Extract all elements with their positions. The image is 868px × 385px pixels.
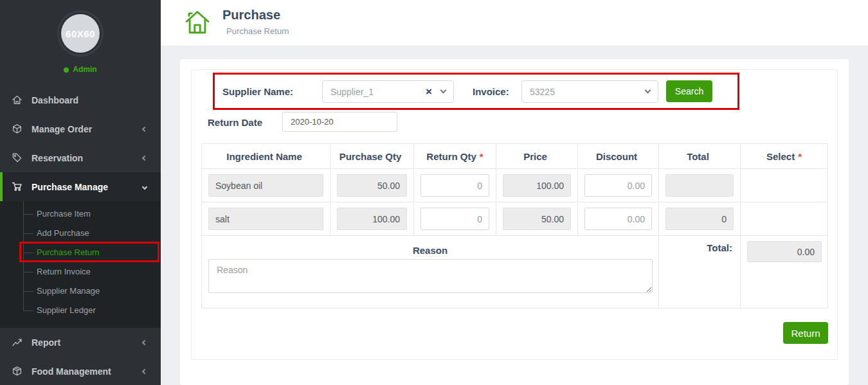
chevron-down-icon: [440, 87, 447, 94]
grand-total-label: Total:: [659, 236, 741, 308]
page-subtitle: Purchase Return: [226, 26, 289, 36]
col-header-price: Price: [496, 144, 578, 168]
col-header-purchase-qty: Purchase Qty: [330, 144, 414, 168]
cart-icon: [12, 181, 23, 192]
sidebar-item-label: Food Management: [32, 366, 111, 377]
online-status-dot: [64, 67, 69, 73]
sidebar-item-dashboard[interactable]: Dashboard: [0, 85, 161, 114]
return-date-label: Return Date: [208, 117, 262, 128]
supplier-select-value: Supplier_1: [330, 87, 426, 97]
purchase-qty-input: [337, 174, 407, 197]
user-status-label: Admin: [73, 65, 96, 74]
col-header-ingredient-name: Ingredient Name: [202, 144, 330, 168]
submenu-item-supplier-ledger[interactable]: Supplier Ledger: [0, 301, 161, 320]
sidebar-item-label: Manage Order: [32, 124, 92, 134]
reason-cell: Reason: [202, 236, 659, 308]
discount-input[interactable]: [584, 174, 652, 197]
select-cell[interactable]: [741, 169, 827, 202]
discount-input[interactable]: [584, 208, 652, 230]
col-header-select: Select*: [741, 144, 827, 168]
box-icon: [12, 366, 23, 377]
page-header: Purchase Purchase Return: [161, 0, 868, 46]
sidebar-item-purchase-manage[interactable]: Purchase Manage: [0, 172, 161, 201]
submenu-item-return-invoice[interactable]: Return Invoice: [0, 262, 161, 282]
page-title: Purchase: [222, 8, 280, 22]
home-icon: [12, 94, 23, 105]
table-footer-row: Reason Total:: [202, 235, 827, 308]
purchase-return-card: Supplier Name: Supplier_1 × Invoice: 532…: [191, 69, 838, 360]
sidebar-item-manage-order[interactable]: Manage Order: [0, 114, 161, 143]
sidebar-menu: Dashboard Manage Order Reservation Purch…: [0, 85, 161, 385]
content-panel: Supplier Name: Supplier_1 × Invoice: 532…: [180, 59, 849, 385]
col-header-total: Total: [659, 144, 741, 168]
invoice-select[interactable]: 53225: [521, 80, 658, 103]
home-icon: [183, 8, 212, 40]
clear-icon[interactable]: ×: [426, 85, 432, 98]
return-qty-input[interactable]: [420, 174, 489, 197]
ingredient-name-input: [208, 208, 323, 230]
table-row: [202, 202, 827, 235]
purchase-qty-input: [337, 208, 407, 230]
profile-section: 60X60 Admin: [0, 0, 161, 74]
avatar-ring: 60X60: [57, 10, 104, 57]
submenu-item-add-purchase[interactable]: Add Purchase: [0, 224, 161, 243]
cube-icon: [12, 123, 23, 134]
price-input: [503, 174, 571, 197]
reason-textarea[interactable]: [208, 259, 653, 293]
grand-total-input: [747, 241, 822, 262]
price-input: [503, 208, 571, 230]
row-total-input: [665, 174, 734, 197]
user-status: Admin: [0, 65, 161, 74]
sidebar-item-label: Reservation: [32, 153, 83, 163]
purchase-manage-submenu: Purchase Item Add Purchase Purchase Retu…: [0, 201, 161, 328]
submenu-item-purchase-item[interactable]: Purchase Item: [0, 204, 161, 224]
chevron-left-icon: [142, 339, 147, 345]
return-date-input[interactable]: [282, 112, 397, 132]
submenu-item-purchase-return[interactable]: Purchase Return: [0, 243, 161, 262]
sidebar-item-reservation[interactable]: Reservation: [0, 143, 161, 172]
chevron-down-icon: [645, 87, 651, 94]
supplier-select[interactable]: Supplier_1 ×: [322, 80, 454, 103]
return-qty-input[interactable]: [420, 208, 489, 230]
ingredient-name-input: [208, 174, 323, 197]
col-header-return-qty: Return Qty*: [414, 144, 496, 168]
row-total-input: [665, 208, 734, 230]
invoice-label: Invoice:: [473, 86, 509, 97]
chevron-down-icon: [142, 184, 147, 189]
sidebar: 60X60 Admin Dashboard Manage Order Reser…: [0, 0, 161, 385]
sidebar-item-report[interactable]: Report: [0, 328, 161, 357]
chevron-left-icon: [142, 126, 147, 131]
col-header-discount: Discount: [578, 144, 659, 168]
return-button[interactable]: Return: [783, 322, 828, 344]
chevron-left-icon: [142, 368, 147, 373]
chevron-left-icon: [142, 155, 147, 160]
reason-label: Reason: [202, 245, 658, 256]
invoice-select-value: 53225: [530, 87, 646, 97]
supplier-name-label: Supplier Name:: [222, 86, 293, 97]
select-cell[interactable]: [741, 202, 827, 235]
return-items-table: Ingredient Name Purchase Qty Return Qty*…: [201, 143, 828, 309]
table-header-row: Ingredient Name Purchase Qty Return Qty*…: [202, 144, 827, 168]
sidebar-item-label: Purchase Manage: [32, 182, 108, 192]
search-button[interactable]: Search: [666, 80, 712, 102]
tag-icon: [12, 152, 23, 163]
sidebar-item-label: Report: [32, 337, 60, 348]
sidebar-item-food-management[interactable]: Food Management: [0, 357, 161, 385]
chart-line-icon: [12, 337, 23, 348]
table-row: [202, 168, 827, 202]
submenu-item-supplier-manage[interactable]: Supplier Manage: [0, 282, 161, 301]
avatar: 60X60: [61, 14, 100, 53]
sidebar-item-label: Dashboard: [32, 95, 78, 105]
